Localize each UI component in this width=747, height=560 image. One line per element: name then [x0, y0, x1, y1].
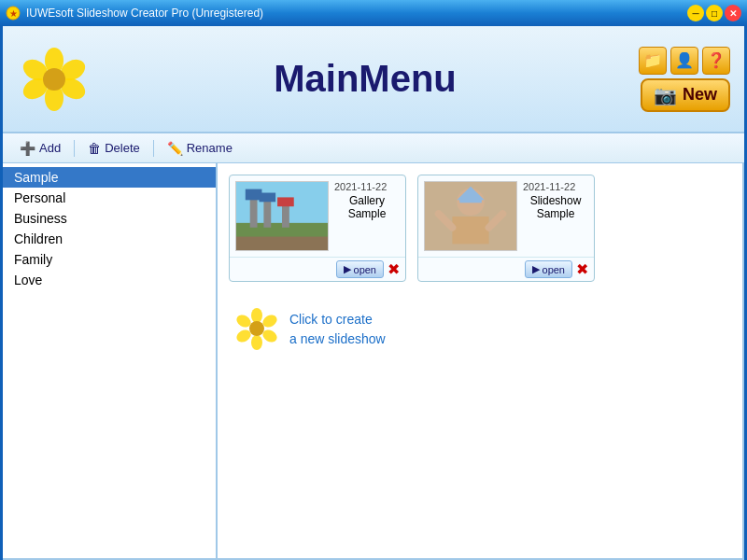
header-icon-group: 📁 👤 ❓	[639, 47, 730, 75]
toolbar: ➕ Add 🗑 Delete ✏️ Rename	[3, 133, 744, 163]
logo-icon	[21, 47, 87, 112]
delete-label: Delete	[105, 141, 140, 155]
create-new-line1: Click to create	[289, 312, 373, 327]
card-inner-2: 2021-11-22 SlideshowSample	[418, 175, 594, 257]
delete-icon: 🗑	[88, 141, 101, 156]
delete-x-icon-1: ✖	[388, 260, 400, 278]
window-controls: ─ □ ✕	[687, 5, 741, 21]
delete-button[interactable]: 🗑 Delete	[80, 138, 148, 159]
svg-rect-21	[459, 197, 482, 203]
logo-area	[17, 39, 92, 119]
card-inner-1: 2021-11-22 GallerySample	[230, 175, 405, 257]
card-name-1: GallerySample	[334, 194, 400, 220]
minimize-button[interactable]: ─	[687, 5, 704, 21]
card-name-2: SlideshowSample	[523, 194, 588, 220]
svg-point-25	[251, 308, 262, 323]
card-date-1: 2021-11-22	[334, 181, 400, 192]
gallery-card-2: 2021-11-22 SlideshowSample ▶ open ✖	[417, 175, 595, 282]
thumbnail-2	[424, 181, 517, 251]
card-info-2: 2021-11-22 SlideshowSample	[523, 181, 588, 220]
header: MainMenu 📁 👤 ❓ 📷 New	[3, 26, 744, 133]
app-icon: ★	[6, 6, 21, 21]
delete-card-button-2[interactable]: ✖	[576, 260, 588, 278]
app-wrapper: MainMenu 📁 👤 ❓ 📷 New ➕ Add 🗑 Delete ✏️	[0, 26, 747, 560]
new-button-label: New	[683, 85, 717, 105]
open-label-1: open	[354, 264, 376, 275]
svg-rect-17	[277, 197, 294, 206]
main-title: MainMenu	[92, 58, 639, 100]
svg-point-8	[43, 68, 65, 91]
create-new-line2: a new slideshow	[289, 331, 386, 346]
sidebar-item-love[interactable]: Love	[3, 270, 216, 290]
svg-rect-15	[260, 193, 276, 203]
add-icon: ➕	[20, 141, 35, 156]
separator-2	[153, 140, 154, 157]
add-label: Add	[39, 141, 61, 155]
content-panel: 2021-11-22 GallerySample ▶ open ✖	[218, 163, 744, 560]
add-button[interactable]: ➕ Add	[12, 138, 68, 159]
card-footer-1: ▶ open ✖	[230, 257, 405, 281]
new-button[interactable]: 📷 New	[641, 78, 730, 112]
gallery-card-1: 2021-11-22 GallerySample ▶ open ✖	[229, 175, 406, 282]
rename-button[interactable]: ✏️ Rename	[160, 138, 240, 159]
svg-point-28	[251, 335, 262, 350]
svg-rect-22	[452, 217, 488, 244]
flower-create-icon	[236, 308, 278, 350]
svg-point-31	[249, 321, 264, 336]
create-new-slideshow[interactable]: Click to create a new slideshow	[229, 301, 393, 357]
app-title: IUWEsoft Slideshow Creator Pro (Unregist…	[26, 7, 263, 20]
open-button-2[interactable]: ▶ open	[525, 260, 572, 278]
sidebar-item-sample[interactable]: Sample	[3, 167, 216, 188]
sidebar-item-family[interactable]: Family	[3, 249, 216, 270]
svg-rect-11	[236, 237, 328, 251]
title-bar: ★ IUWEsoft Slideshow Creator Pro (Unregi…	[0, 0, 747, 26]
sidebar-item-business[interactable]: Business	[3, 208, 216, 229]
help-icon-button[interactable]: ❓	[702, 47, 730, 75]
open-arrow-icon-2: ▶	[532, 263, 540, 275]
card-footer-2: ▶ open ✖	[418, 257, 594, 281]
delete-card-button-1[interactable]: ✖	[388, 260, 400, 278]
svg-text:★: ★	[9, 8, 18, 19]
open-arrow-icon-1: ▶	[344, 263, 351, 275]
folder-icon-button[interactable]: 📁	[639, 47, 667, 75]
card-info-1: 2021-11-22 GallerySample	[334, 181, 400, 220]
separator-1	[74, 140, 75, 157]
open-button-1[interactable]: ▶ open	[336, 260, 384, 278]
title-bar-left: ★ IUWEsoft Slideshow Creator Pro (Unregi…	[6, 6, 263, 21]
close-button[interactable]: ✕	[725, 5, 741, 21]
maximize-button[interactable]: □	[706, 5, 723, 21]
rename-label: Rename	[187, 141, 233, 155]
thumbnail-1	[235, 181, 329, 251]
sidebar-item-personal[interactable]: Personal	[3, 188, 216, 208]
header-actions: 📁 👤 ❓ 📷 New	[639, 47, 730, 112]
gallery-row: 2021-11-22 GallerySample ▶ open ✖	[229, 175, 731, 282]
rename-icon: ✏️	[167, 141, 183, 156]
camera-icon: 📷	[654, 84, 677, 106]
delete-x-icon-2: ✖	[576, 260, 588, 278]
card-date-2: 2021-11-22	[523, 181, 588, 192]
user-icon-button[interactable]: 👤	[670, 47, 698, 75]
sidebar: Sample Personal Business Children Family…	[3, 163, 218, 560]
main-content: Sample Personal Business Children Family…	[3, 163, 744, 560]
open-label-2: open	[543, 264, 565, 275]
create-new-text: Click to create a new slideshow	[289, 310, 386, 349]
sidebar-item-children[interactable]: Children	[3, 229, 216, 249]
